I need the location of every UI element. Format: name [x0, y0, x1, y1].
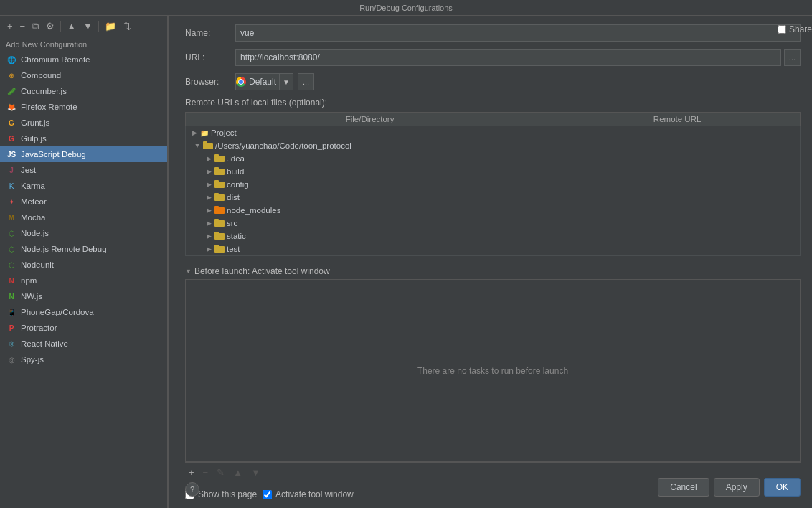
build-folder-icon: [214, 167, 225, 177]
sidebar-item-chromium-remote[interactable]: 🌐 Chromium Remote: [0, 52, 167, 67]
url-dots-button[interactable]: ...: [784, 49, 801, 66]
cucumber-icon: 🥒: [6, 85, 17, 97]
activate-tool-window-checkbox[interactable]: [263, 490, 272, 499]
move-down-btn[interactable]: ▼: [80, 19, 95, 33]
svg-rect-1: [203, 141, 207, 144]
tree-item-test[interactable]: ▶ test: [186, 243, 800, 255]
browser-dropdown-btn[interactable]: ▼: [279, 74, 293, 90]
sidebar-item-react-native[interactable]: ⚛ React Native: [0, 336, 167, 352]
add-new-config-btn[interactable]: Add New Configuration: [0, 37, 167, 52]
panel-resize-handle[interactable]: ···: [168, 16, 174, 508]
sidebar-item-nodeunit[interactable]: ⬡ Nodeunit: [0, 257, 167, 273]
apply-button[interactable]: Apply: [714, 478, 760, 497]
sidebar-item-jest[interactable]: J Jest: [0, 162, 167, 178]
tree-item-static[interactable]: ▶ static: [186, 230, 800, 243]
tree-toggle-node-modules[interactable]: ▶: [203, 204, 214, 216]
svg-rect-11: [214, 206, 219, 209]
browser-dots-button[interactable]: ...: [298, 73, 314, 90]
before-launch-header[interactable]: ▼ Before launch: Activate tool window: [185, 263, 801, 279]
sidebar-item-label: Karma: [21, 182, 45, 190]
remove-config-btn[interactable]: −: [17, 19, 29, 33]
sidebar-item-grunt[interactable]: G Grunt.js: [0, 115, 167, 131]
sidebar-item-nodejs[interactable]: ⬡ Node.js: [0, 225, 167, 241]
sidebar-item-phonegap[interactable]: 📱 PhoneGap/Cordova: [0, 304, 167, 320]
sidebar-item-firefox[interactable]: 🦊 Firefox Remote: [0, 99, 167, 115]
jest-icon: J: [6, 164, 17, 176]
folder-btn[interactable]: 📁: [102, 19, 119, 33]
sidebar-item-label: Node.js Remote Debug: [21, 245, 107, 253]
test-folder-icon: [214, 245, 225, 254]
dist-folder-icon: [214, 193, 225, 202]
tree-item-project[interactable]: ▶ 📁 Project: [186, 126, 800, 139]
sidebar-item-cucumber[interactable]: 🥒 Cucumber.js: [0, 83, 167, 99]
sidebar-item-nodejs-remote[interactable]: ⬡ Node.js Remote Debug: [0, 241, 167, 257]
url-input[interactable]: [235, 49, 781, 66]
tree-item-node-modules[interactable]: ▶ node_modules: [186, 204, 800, 217]
sidebar-item-nwjs[interactable]: N NW.js: [0, 288, 167, 304]
browser-select-container[interactable]: Default ▼: [235, 73, 293, 90]
ok-button[interactable]: OK: [764, 478, 801, 497]
launch-edit-btn[interactable]: ✎: [213, 466, 228, 479]
tree-toggle-src[interactable]: ▶: [203, 217, 214, 229]
before-launch-section: ▼ Before launch: Activate tool window Th…: [185, 263, 801, 482]
add-config-btn[interactable]: +: [4, 19, 16, 33]
tree-toggle-config[interactable]: ▶: [203, 179, 214, 190]
copy-config-btn[interactable]: ⧉: [29, 19, 42, 34]
help-button[interactable]: ?: [185, 482, 199, 497]
sidebar-item-label: Grunt.js: [21, 118, 49, 127]
url-row: URL: ...: [185, 49, 801, 66]
nwjs-icon: N: [6, 291, 17, 302]
activate-tool-window-label[interactable]: Activate tool window: [263, 489, 354, 499]
launch-up-btn[interactable]: ▲: [230, 466, 246, 479]
sidebar-item-spy-js[interactable]: ◎ Spy-js: [0, 352, 167, 367]
tree-label-static: static: [227, 232, 246, 240]
url-label: URL:: [185, 52, 235, 62]
tree-toggle-project[interactable]: ▶: [189, 127, 200, 138]
nodejs-icon: ⬡: [6, 227, 17, 239]
react-native-icon: ⚛: [6, 338, 17, 349]
sidebar-item-mocha[interactable]: M Mocha: [0, 210, 167, 225]
name-input[interactable]: [235, 24, 801, 42]
project-folder-icon: 📁: [200, 129, 209, 137]
tree-toggle-root[interactable]: ▼: [192, 140, 203, 151]
tree-item-dist[interactable]: ▶ dist: [186, 191, 800, 204]
sidebar-item-meteor[interactable]: ✦ Meteor: [0, 194, 167, 210]
sidebar-item-gulp[interactable]: G Gulp.js: [0, 131, 167, 146]
cancel-button[interactable]: Cancel: [658, 478, 709, 497]
chrome-icon: [236, 77, 246, 87]
launch-add-btn[interactable]: +: [185, 466, 198, 479]
tree-row: ▶ 📁 Project ▼ /Us: [186, 126, 801, 256]
tree-container: ▶ 📁 Project ▼ /Us: [186, 126, 800, 255]
tree-item-config[interactable]: ▶ config: [186, 178, 800, 191]
tree-item-src[interactable]: ▶ src: [186, 217, 800, 230]
sidebar-toolbar: + − ⧉ ⚙ ▲ ▼ 📁 ⇅: [0, 16, 167, 37]
sidebar-item-karma[interactable]: K Karma: [0, 178, 167, 194]
launch-down-btn[interactable]: ▼: [247, 466, 264, 479]
move-up-btn[interactable]: ▲: [64, 19, 79, 33]
col-file-dir-header: File/Directory: [186, 113, 554, 126]
svg-rect-9: [214, 193, 219, 196]
tree-toggle-dist[interactable]: ▶: [203, 192, 214, 203]
tree-item-build[interactable]: ▶ build: [186, 165, 800, 178]
npm-icon: N: [6, 275, 17, 286]
sort-btn[interactable]: ⇅: [121, 19, 134, 33]
sidebar-item-javascript-debug[interactable]: JS JavaScript Debug: [0, 146, 167, 162]
idea-folder-icon: [214, 154, 225, 164]
settings-config-btn[interactable]: ⚙: [43, 19, 57, 33]
tree-item-root[interactable]: ▼ /Users/yuanchao/Code/toon_protocol: [186, 139, 800, 152]
sidebar-item-label: Mocha: [21, 213, 46, 222]
browser-label: Browser:: [185, 77, 235, 87]
tree-item-idea[interactable]: ▶ .idea: [186, 152, 800, 165]
tree-toggle-test[interactable]: ▶: [203, 243, 214, 255]
sidebar-item-npm[interactable]: N npm: [0, 273, 167, 288]
sidebar-item-protractor[interactable]: P Protractor: [0, 320, 167, 336]
tree-toggle-build[interactable]: ▶: [203, 166, 214, 177]
sidebar-item-compound[interactable]: ⊕ Compound: [0, 67, 167, 83]
tree-toggle-static[interactable]: ▶: [203, 230, 214, 242]
launch-remove-btn[interactable]: −: [199, 466, 212, 479]
share-checkbox[interactable]: [778, 25, 786, 34]
tree-toggle-idea[interactable]: ▶: [203, 153, 214, 164]
svg-rect-3: [214, 154, 219, 157]
nodeunit-icon: ⬡: [6, 259, 17, 271]
sidebar-item-label: PhoneGap/Cordova: [21, 308, 94, 316]
